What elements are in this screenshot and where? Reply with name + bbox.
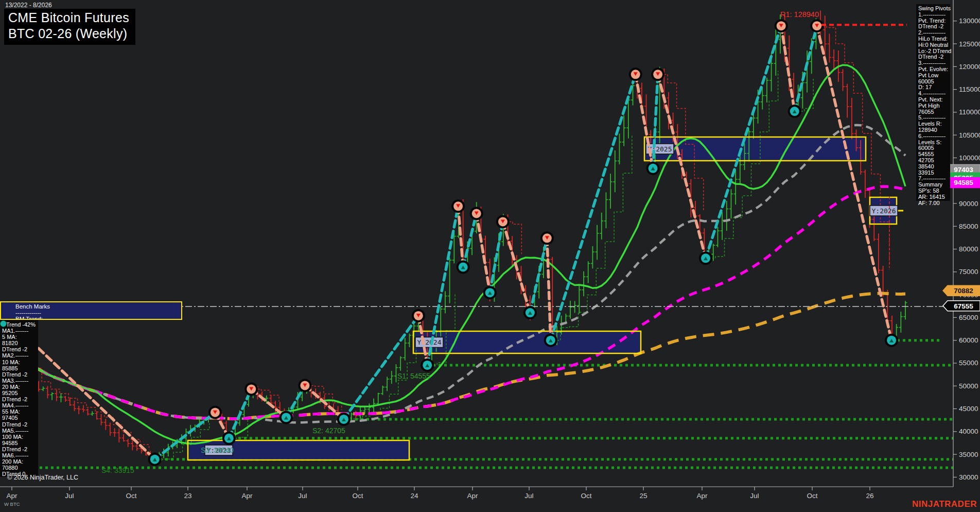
swing-high-marker (208, 406, 222, 419)
swing-panel-line: 1.------------ (918, 12, 949, 18)
time-axis-label: 26 (866, 492, 873, 500)
bench-panel-line: MA6.------- (2, 452, 37, 458)
swing-panel-line: Hi:0 Neutral (918, 42, 949, 48)
swing-panel-line: Pvt. Next: (918, 97, 949, 103)
time-axis-label: Jul (298, 492, 307, 500)
bench-panel-line: 5 MA: (2, 334, 37, 340)
time-axis-label: Jul (65, 492, 74, 500)
bench-panel-line: 95205 (2, 390, 37, 396)
price-axis[interactable]: 3000035000400004500050000550006000065000… (0, 0, 980, 487)
swing-low-marker (337, 413, 351, 426)
bench-panel-line: MA3.------- (2, 378, 37, 384)
year-range-boxes (188, 137, 897, 460)
swing-low-marker (544, 334, 557, 347)
time-axis-label: 24 (410, 492, 418, 500)
price-tag-67555: 67555 (943, 301, 980, 311)
bench-panel-line: MA1.------- (2, 328, 37, 334)
chart-title-line2: BTC 02-26 (Weekly) (8, 26, 129, 42)
swing-panel-line: 128940 (918, 127, 949, 133)
time-axis-label: Apr (696, 492, 708, 500)
ma-20-line (12, 65, 905, 443)
swing-low-marker (421, 359, 434, 372)
bench-marks-subtitle: BM Trend: (15, 316, 181, 320)
copyright-text: © 2026 NinjaTrader, LLC (7, 474, 78, 481)
swing-high-marker (470, 207, 483, 220)
swing-low-marker (222, 432, 236, 445)
ninjatrader-chart-window: { "header": { "date_range": "13/2022 - 8… (0, 0, 980, 512)
price-tag-70882: 70882 (943, 285, 980, 296)
swing-panel-line: Pvt. Evolve: (918, 66, 949, 73)
swing-high-marker (412, 309, 425, 322)
time-axis-label: 23 (184, 492, 191, 500)
bench-panel-line: 10 MA: (2, 359, 37, 365)
bench-panel-line: DTrend -42% (2, 321, 37, 328)
bench-panel-line: DTrend -2 (2, 446, 37, 452)
swing-panel-line: AF: 7.00 (918, 200, 949, 207)
swing-panel-line: Pvt High (918, 103, 949, 109)
swing-panel-line: SP's: 58 (918, 188, 949, 194)
svg-text:94585: 94585 (954, 179, 973, 186)
swing-high-marker (496, 215, 510, 228)
swing-zigzag (23, 26, 891, 459)
price-axis-label: 100000 (959, 154, 980, 162)
year-box-label: Y:2026 (870, 206, 898, 216)
bench-panel-line: 85885 (2, 365, 37, 371)
price-axis-label: 125000 (959, 40, 980, 48)
svg-text:Y:2026: Y:2026 (872, 207, 896, 215)
support-label: S4: 33915 (101, 466, 134, 474)
swing-panel-line: AR: 16415 (918, 194, 949, 200)
bench-panel-line: DTrend -2 (2, 421, 37, 428)
price-axis-label: 75000 (959, 268, 978, 276)
bench-panel-line: 20 MA: (2, 384, 37, 390)
time-axis-label: Oct (807, 492, 817, 500)
time-axis-label: Apr (467, 492, 478, 500)
swing-high-marker (244, 382, 258, 396)
time-axis-label: Jul (524, 492, 533, 500)
chart-title-line1: CME Bitcoin Futures (8, 10, 129, 26)
time-axis-label: Apr (241, 492, 253, 500)
candlestick-bars (10, 10, 907, 463)
time-axis-label: Oct (126, 492, 136, 500)
year-box-borders: Y:2023Y:2024Y:2025Y:2026 (188, 137, 903, 460)
swing-low-marker (148, 453, 162, 466)
price-axis-label: 65000 (959, 314, 978, 321)
price-axis-label: 90000 (959, 200, 978, 208)
price-axis-label: 50000 (959, 382, 978, 390)
price-axis-label: 85000 (959, 223, 978, 230)
bench-marks-separator: ------------- (15, 310, 181, 316)
swing-low-marker (279, 411, 293, 424)
time-axis-label: Oct (352, 492, 363, 500)
bench-panel-line: 94585 (2, 440, 37, 446)
swing-panel-line: HiLo Trend: (918, 36, 949, 42)
bench-panel-line: DTrend -2 (2, 371, 37, 378)
swing-high-marker (540, 231, 554, 245)
year-box-2024 (413, 331, 641, 353)
price-axis-label: 60000 (959, 336, 978, 344)
swing-low-marker (457, 261, 470, 274)
time-axis-label: Oct (581, 492, 591, 500)
bench-panel-line: MA5.------- (2, 428, 37, 434)
swing-panel-line: 38540 (918, 164, 949, 170)
price-axis-label: 45000 (959, 405, 978, 413)
price-axis-label: 105000 (959, 131, 980, 139)
bench-marks-panel: DTrend -42%MA1.-------5 MA:81820DTrend -… (0, 320, 38, 477)
time-axis[interactable]: AprJulOct23AprJulOct24AprJulOct25AprJulO… (6, 487, 873, 500)
svg-text:67555: 67555 (954, 302, 973, 310)
price-axis-label: 115000 (959, 86, 980, 93)
price-axis-label: 35000 (959, 451, 978, 458)
bench-panel-line: 81820 (2, 340, 37, 346)
bench-panel-line: 97405 (2, 415, 37, 421)
bench-panel-line: DTrend -2 (2, 396, 37, 402)
swing-low-marker (699, 251, 712, 265)
chart-title-block: CME Bitcoin Futures BTC 02-26 (Weekly) (4, 9, 135, 45)
swing-panel-line: Pvt Low (918, 73, 949, 79)
bench-panel-line: 100 MA: (2, 434, 37, 440)
price-axis-label: 120000 (959, 63, 980, 71)
ma-55-line (12, 125, 905, 423)
time-axis-label: Jul (750, 492, 759, 500)
price-chart-canvas[interactable]: Y:2023Y:2024Y:2025Y:2026S1: 54555S2: 427… (0, 0, 980, 512)
bench-panel-line: MA4.------- (2, 402, 37, 408)
instrument-tag: W BTC (4, 501, 20, 507)
swing-low-marker (523, 306, 537, 319)
svg-text:70882: 70882 (954, 287, 973, 295)
